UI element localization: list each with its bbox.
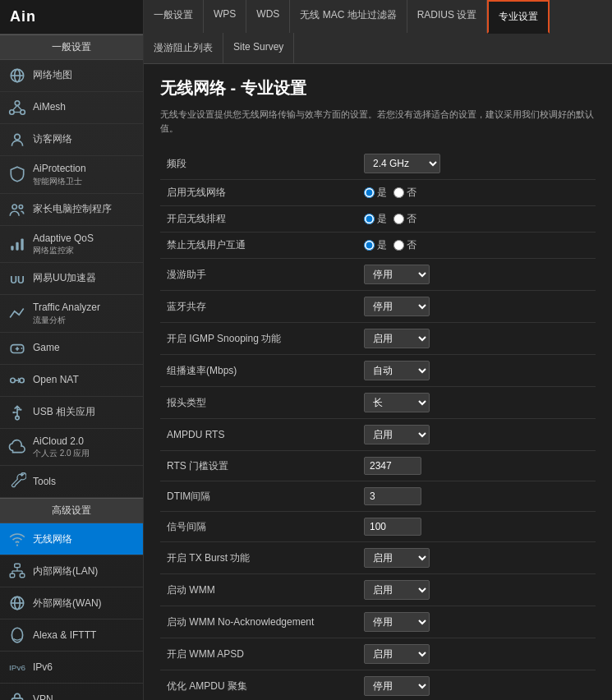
settings-value-ampdu-rts[interactable]: 启用停用: [357, 419, 596, 451]
sidebar-item-aicloud[interactable]: AiCloud 2.0个人云 2.0 应用: [0, 429, 143, 467]
select-bluetooth-coexist[interactable]: 停用启用: [364, 297, 430, 316]
settings-value-beacon-interval[interactable]: [357, 512, 596, 542]
sidebar-item-open-nat[interactable]: Open NAT: [0, 365, 143, 397]
settings-value-roaming-assist[interactable]: 停用启用: [357, 259, 596, 291]
game-icon: [8, 339, 26, 357]
sidebar-advanced-items: 无线网络 内部网络(LAN) 外部网络(WAN) Alexa & IFTTT I…: [0, 523, 143, 700]
svg-rect-30: [10, 574, 15, 578]
input-dtim-interval[interactable]: [364, 487, 421, 505]
sidebar-section1-title: 一般设置: [0, 35, 143, 60]
top-nav: 一般设置WPSWDS无线 MAC 地址过滤器RADIUS 设置专业设置漫游阻止列…: [144, 0, 612, 64]
top-nav-item-roaming[interactable]: 漫游阻止列表: [144, 33, 223, 63]
sidebar-item-label-aiprotection: AiProtection智能网络卫士: [33, 163, 86, 187]
top-nav-item-professional[interactable]: 专业设置: [487, 0, 550, 34]
select-multicast-rate[interactable]: 自动125.511: [364, 361, 430, 380]
top-nav-item-site-survey[interactable]: Site Survey: [223, 33, 294, 63]
settings-value-disable-broadcast[interactable]: 是否: [357, 233, 596, 259]
sidebar-item-network-map[interactable]: 网络地图: [0, 60, 143, 92]
sidebar-item-vpn[interactable]: VPN: [0, 684, 143, 700]
radio-label-disable-broadcast-是[interactable]: 是: [364, 238, 387, 252]
select-tx-burst[interactable]: 启用停用: [364, 548, 430, 568]
ipv6-icon: IPv6: [8, 658, 26, 676]
tools-icon: [8, 472, 26, 490]
settings-row-bluetooth-coexist: 蓝牙共存停用启用: [160, 291, 596, 323]
select-ampdu-aggregation[interactable]: 停用启用: [364, 676, 430, 696]
radio-label-disable-broadcast-否[interactable]: 否: [393, 238, 416, 252]
settings-value-igmp-snooping[interactable]: 启用停用: [357, 323, 596, 355]
lan-icon: [8, 562, 26, 580]
sidebar-item-adaptive-qos[interactable]: Adaptive QoS网络监控家: [0, 226, 143, 264]
svg-point-5: [21, 110, 25, 115]
sidebar-item-parental[interactable]: 家长电脑控制程序: [0, 194, 143, 226]
alexa-icon: [8, 626, 26, 644]
top-nav-item-mac-filter[interactable]: 无线 MAC 地址过滤器: [290, 0, 407, 33]
settings-value-wmm-apsd[interactable]: 启用停用: [357, 638, 596, 670]
top-nav-item-general[interactable]: 一般设置: [144, 0, 204, 33]
sidebar-item-game[interactable]: Game: [0, 333, 143, 365]
top-nav-item-radius[interactable]: RADIUS 设置: [407, 0, 488, 33]
radio-input-wireless-schedule-是[interactable]: [364, 214, 375, 224]
select-wmm-apsd[interactable]: 启用停用: [364, 644, 430, 664]
sidebar-item-wireless[interactable]: 无线网络: [0, 523, 143, 555]
settings-value-tx-burst[interactable]: 启用停用: [357, 542, 596, 574]
select-roaming-assist[interactable]: 停用启用: [364, 265, 430, 284]
select-preamble[interactable]: 长短: [364, 393, 430, 412]
settings-value-wireless-schedule[interactable]: 是否: [357, 206, 596, 233]
guest-icon: [8, 131, 26, 149]
sidebar-item-sub-aiprotection: 智能网络卫士: [33, 176, 86, 187]
sidebar-logo: Ain: [0, 0, 143, 35]
radio-input-wireless-schedule-否[interactable]: [393, 214, 404, 224]
radio-label-enable-wireless-是[interactable]: 是: [364, 186, 387, 200]
sidebar-item-aiprotection[interactable]: AiProtection智能网络卫士: [0, 156, 143, 194]
settings-value-wmm-no-ack[interactable]: 停用启用: [357, 606, 596, 638]
sidebar-item-wan[interactable]: 外部网络(WAN): [0, 587, 143, 619]
settings-value-multicast-rate[interactable]: 自动125.511: [357, 355, 596, 387]
sidebar-item-label-wan: 外部网络(WAN): [33, 597, 102, 610]
sidebar-item-ipv6[interactable]: IPv6 IPv6: [0, 652, 143, 684]
settings-value-wmm[interactable]: 启用停用: [357, 574, 596, 606]
settings-value-bluetooth-coexist[interactable]: 停用启用: [357, 291, 596, 323]
top-nav-item-wds[interactable]: WDS: [246, 0, 290, 33]
settings-value-enable-wireless[interactable]: 是否: [357, 180, 596, 206]
sidebar-item-traffic[interactable]: Traffic Analyzer流量分析: [0, 295, 143, 333]
select-band[interactable]: 2.4 GHz5 GHz: [364, 154, 440, 173]
radio-label-wireless-schedule-是[interactable]: 是: [364, 212, 387, 226]
sidebar-item-lan[interactable]: 内部网络(LAN): [0, 555, 143, 587]
sidebar-item-tools[interactable]: Tools: [0, 466, 143, 498]
sidebar-section2-title: 高级设置: [0, 498, 143, 523]
sidebar-item-alexa[interactable]: Alexa & IFTTT: [0, 619, 143, 652]
settings-row-wireless-schedule: 开启无线排程是否: [160, 206, 596, 233]
input-rts-threshold[interactable]: [364, 457, 421, 475]
page-title: 无线网络 - 专业设置: [160, 77, 596, 99]
sidebar-item-label-vpn: VPN: [33, 693, 53, 700]
settings-label-tx-burst: 开启 TX Burst 功能: [160, 542, 357, 574]
radio-input-disable-broadcast-是[interactable]: [364, 240, 375, 251]
svg-rect-13: [16, 242, 18, 251]
select-wmm[interactable]: 启用停用: [364, 580, 430, 600]
sidebar-item-aimesh[interactable]: AiMesh: [0, 92, 143, 124]
select-ampdu-rts[interactable]: 启用停用: [364, 425, 430, 444]
select-igmp-snooping[interactable]: 启用停用: [364, 329, 430, 348]
sidebar-item-guest-network[interactable]: 访客网络: [0, 124, 143, 156]
settings-value-ampdu-aggregation[interactable]: 停用启用: [357, 670, 596, 701]
radio-input-disable-broadcast-否[interactable]: [393, 240, 404, 251]
settings-value-preamble[interactable]: 长短: [357, 387, 596, 419]
settings-value-dtim-interval[interactable]: [357, 481, 596, 512]
radio-label-enable-wireless-否[interactable]: 否: [393, 186, 416, 200]
input-beacon-interval[interactable]: [364, 518, 421, 536]
settings-value-band[interactable]: 2.4 GHz5 GHz: [357, 148, 596, 180]
radio-label-wireless-schedule-否[interactable]: 否: [393, 212, 416, 226]
settings-label-wmm: 启动 WMM: [160, 574, 357, 606]
top-nav-item-wps[interactable]: WPS: [204, 0, 246, 33]
settings-value-rts-threshold[interactable]: [357, 451, 596, 481]
settings-row-rts-threshold: RTS 门槛设置: [160, 451, 596, 481]
radio-input-enable-wireless-是[interactable]: [364, 187, 375, 198]
settings-label-bluetooth-coexist: 蓝牙共存: [160, 291, 357, 323]
sidebar-item-usb[interactable]: USB 相关应用: [0, 397, 143, 429]
select-wmm-no-ack[interactable]: 停用启用: [364, 612, 430, 632]
radio-input-enable-wireless-否[interactable]: [393, 187, 404, 198]
sidebar-item-uu[interactable]: UU 网易UU加速器: [0, 263, 143, 295]
settings-label-roaming-assist: 漫游助手: [160, 259, 357, 291]
radio-group-wireless-schedule: 是否: [364, 212, 589, 226]
settings-label-wireless-schedule: 开启无线排程: [160, 206, 357, 233]
